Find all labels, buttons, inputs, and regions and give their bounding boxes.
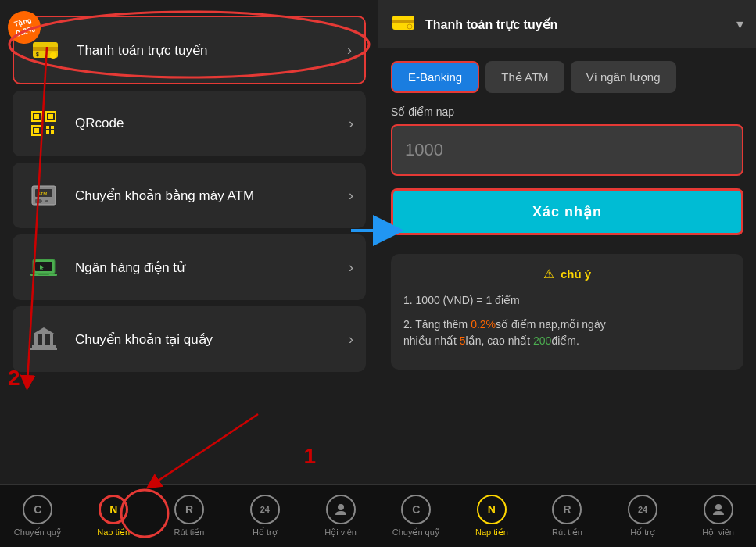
svg-marker-25 <box>32 327 56 334</box>
svg-text:$: $ <box>36 52 39 58</box>
annotation-2: 2 <box>8 366 20 391</box>
svg-rect-17 <box>45 200 48 202</box>
points-input-value: 1000 <box>405 140 443 160</box>
nav-label-withdraw-left: Rút tiền <box>174 527 205 538</box>
menu-arrow-ebanking: › <box>349 259 353 276</box>
menu-item-ebanking[interactable]: Ngân hàng điện tử › <box>13 234 366 300</box>
svg-rect-5 <box>34 114 39 119</box>
warning-icon: ⚠ <box>543 266 554 281</box>
form-area: Số điểm nap 1000 Xác nhận <box>378 99 756 241</box>
svg-rect-27 <box>42 334 45 345</box>
field-label-points: Số điểm nap <box>391 105 743 118</box>
menu-label-atm-transfer: Chuyển khoản bằng máy ATM <box>75 188 349 204</box>
tab-ewallet[interactable]: Ví ngân lượng <box>571 61 676 93</box>
nav-item-withdraw-right[interactable]: R Rút tiền <box>529 495 605 538</box>
svg-rect-30 <box>30 348 57 350</box>
notice-section: ⚠ chú ý 1. 1000 (VND) = 1 điểm 2. Tăng t… <box>391 254 743 370</box>
svg-text:ATM: ATM <box>38 191 47 196</box>
svg-rect-9 <box>34 128 39 133</box>
member-icon-right <box>704 495 733 524</box>
svg-rect-28 <box>50 334 53 345</box>
notice-header: ⚠ chú ý <box>403 266 731 281</box>
nav-item-transfer-right[interactable]: C Chuyển quỹ <box>378 495 454 538</box>
confirm-button[interactable]: Xác nhận <box>391 188 743 235</box>
svg-rect-18 <box>35 199 41 203</box>
nav-label-member-left: Hội viên <box>324 527 357 538</box>
notice-percent: 0.2% <box>471 318 496 331</box>
nav-item-transfer-left[interactable]: C Chuyển quỹ <box>0 495 76 538</box>
annotation-1: 1 <box>303 444 316 469</box>
nav-item-withdraw-left[interactable]: R Rút tiền <box>152 495 228 538</box>
support-icon-left: 24 <box>250 495 280 524</box>
svg-point-2 <box>50 52 56 59</box>
svg-rect-10 <box>46 126 49 129</box>
left-bottom-nav: C Chuyển quỹ N Nap tiền R Rút tiền 24 Hổ… <box>0 484 378 547</box>
notice-item-2: 2. Tăng thêm 0.2%số điểm nap,mỗi ngày nh… <box>403 316 731 349</box>
menu-item-counter-transfer[interactable]: Chuyển khoản tại quầy › <box>13 306 366 372</box>
nav-item-support-right[interactable]: 24 Hổ trợ <box>605 495 681 538</box>
laptop-icon <box>25 248 63 286</box>
tab-atm-card[interactable]: Thẻ ATM <box>485 61 564 93</box>
nav-label-transfer-right: Chuyển quỹ <box>392 527 440 538</box>
svg-rect-1 <box>33 47 58 51</box>
nav-item-deposit-right[interactable]: N Nap tiền <box>454 495 530 538</box>
svg-rect-11 <box>51 126 54 129</box>
notice-item-1: 1. 1000 (VND) = 1 điểm <box>403 292 731 309</box>
header-payment-icon <box>391 11 416 38</box>
nav-label-support-left: Hổ trợ <box>253 527 278 538</box>
menu-arrow-counter-transfer: › <box>349 331 353 348</box>
svg-rect-12 <box>46 130 49 134</box>
menu-list: Tặng 0.2% $ Thanh toán trực tuyến › <box>0 0 378 484</box>
nav-label-support-right: Hổ trợ <box>630 527 655 538</box>
menu-item-atm-transfer[interactable]: ATM Chuyển khoản bằng máy ATM › <box>13 163 366 228</box>
left-panel: Tặng 0.2% $ Thanh toán trực tuyến › <box>0 0 378 547</box>
menu-arrow-qrcode: › <box>349 116 353 132</box>
transfer-icon-left: C <box>23 495 52 524</box>
menu-arrow-atm-transfer: › <box>349 188 353 204</box>
qr-icon <box>25 105 63 142</box>
nav-item-member-left[interactable]: Hội viên <box>303 495 378 538</box>
right-header[interactable]: Thanh toán trực tuyến ▾ <box>378 0 756 48</box>
tabs-row: E-Banking Thẻ ATM Ví ngân lượng <box>378 48 756 99</box>
svg-point-35 <box>338 504 344 510</box>
menu-label-ebanking: Ngân hàng điện tử <box>75 259 349 276</box>
right-panel: Thanh toán trực tuyến ▾ E-Banking Thẻ AT… <box>378 0 756 547</box>
nav-item-support-left[interactable]: 24 Hổ trợ <box>227 495 303 538</box>
chevron-down-icon[interactable]: ▾ <box>736 16 743 33</box>
withdraw-icon-left: R <box>174 495 204 524</box>
points-input-display: 1000 <box>391 124 743 176</box>
deposit-icon-left: N <box>99 495 128 524</box>
menu-arrow-online-payment: › <box>347 42 352 59</box>
menu-label-online-payment: Thanh toán trực tuyến <box>77 42 347 59</box>
menu-label-qrcode: QRcode <box>75 116 349 131</box>
svg-rect-39 <box>392 20 414 23</box>
transfer-icon-right: C <box>401 495 431 524</box>
right-bottom-nav: C Chuyển quỹ N Nap tiền R Rút tiền 24 Hổ… <box>378 484 756 547</box>
nav-item-deposit-left[interactable]: N Nap tiền <box>76 495 152 538</box>
member-icon-left <box>326 495 356 524</box>
support-icon-right: 24 <box>628 495 657 524</box>
menu-label-counter-transfer: Chuyển khoản tại quầy <box>75 331 349 348</box>
svg-point-40 <box>407 24 412 29</box>
deposit-icon-right: N <box>477 495 507 524</box>
svg-rect-23 <box>38 274 49 275</box>
nav-item-member-right[interactable]: Hội viên <box>680 495 756 538</box>
atm-icon: ATM <box>25 177 63 214</box>
nav-label-deposit-right: Nap tiền <box>475 527 508 538</box>
menu-item-online-payment[interactable]: Tặng 0.2% $ Thanh toán trực tuyến › <box>13 16 366 84</box>
nav-label-transfer-left: Chuyển quỹ <box>14 527 62 538</box>
withdraw-icon-right: R <box>552 495 582 524</box>
svg-rect-7 <box>48 114 53 119</box>
bank-icon <box>25 320 63 358</box>
nav-label-withdraw-right: Rút tiền <box>552 527 582 538</box>
notice-max: 200 <box>533 334 551 347</box>
svg-rect-13 <box>51 130 54 134</box>
nav-label-member-right: Hội viên <box>702 527 734 538</box>
svg-point-41 <box>715 504 722 510</box>
svg-rect-26 <box>34 334 38 345</box>
notice-title: chú ý <box>561 267 591 281</box>
tab-ebanking[interactable]: E-Banking <box>391 61 479 93</box>
svg-rect-29 <box>32 345 56 348</box>
nav-label-deposit-left: Nap tiền <box>97 527 130 538</box>
menu-item-qrcode[interactable]: QRcode › <box>13 91 366 156</box>
